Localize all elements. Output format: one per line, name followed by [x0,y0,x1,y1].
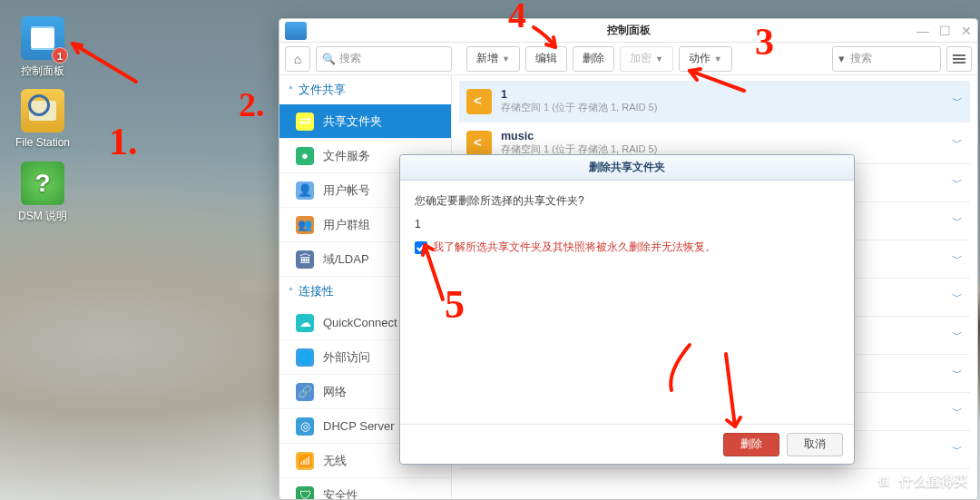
cancel-button[interactable]: 取消 [787,433,843,456]
encrypt-button[interactable]: 加密▼ [620,46,673,72]
shared-folder-icon [466,89,492,114]
chevron-down-icon[interactable]: ﹀ [952,289,963,305]
action-button[interactable]: 动作▼ [679,46,732,72]
chevron-down-icon[interactable]: ﹀ [952,442,963,457]
filter-funnel-icon: ▾ [838,52,845,65]
sidebar-item-label: QuickConnect [323,316,397,329]
network-icon: 🔗 [296,383,314,401]
sidebar-item-label: 网络 [323,384,347,400]
watermark-icon: 值 [874,471,894,491]
shared-folder-icon [466,131,492,156]
chevron-down-icon[interactable]: ﹀ [952,213,963,229]
delete-button[interactable]: 删除 [573,46,614,72]
sidebar-item-label: 共享文件夹 [323,113,382,130]
content-search-input[interactable]: ▾ 搜索 [832,46,941,72]
folder-share-icon: ⮂ [296,113,314,131]
acknowledge-checkbox[interactable] [415,241,427,254]
chevron-down-icon[interactable]: ﹀ [952,404,963,419]
app-logo-icon [285,22,307,40]
svg-text:1.: 1. [109,121,138,162]
search-icon: 🔍 [322,53,336,65]
search-placeholder: 搜索 [339,51,361,66]
delete-confirm-dialog: 删除共享文件夹 您确定要删除所选择的共享文件夹? 1 我了解所选共享文件夹及其快… [399,154,855,465]
domain-icon: 🏛 [296,250,314,269]
cloud-icon: ☁ [296,314,314,332]
sidebar-item-label: 域/LDAP [323,251,369,268]
dialog-title: 删除共享文件夹 [400,155,854,181]
desktop-icon-control-panel[interactable]: 1 控制面板 [11,16,74,79]
folder-row[interactable]: 1 存储空间 1 (位于 存储池 1, RAID 5) ﹀ [459,81,970,123]
service-icon: ● [296,147,314,165]
chevron-down-icon[interactable]: ﹀ [952,366,963,381]
sidebar-group-label: 文件共享 [299,82,346,98]
sidebar-item-label: 无线 [323,453,347,469]
file-station-icon [21,89,64,132]
svg-text:2.: 2. [239,85,265,123]
folder-location: 存储空间 1 (位于 存储池 1, RAID 5) [501,101,657,114]
dialog-question: 您确定要删除所选择的共享文件夹? [415,193,839,209]
desktop-icon-dsm-help[interactable]: ? DSM 说明 [11,162,74,224]
sidebar-group-fileshare[interactable]: ˄ 文件共享 [279,75,451,104]
shield-icon: 🛡 [296,486,314,500]
desktop-icon-label: DSM 说明 [11,209,74,224]
sidebar-search-input[interactable]: 🔍 搜索 [316,46,452,72]
toolbar: ⌂ 🔍 搜索 新增▼ 编辑 删除 加密▼ 动作▼ ▾ 搜索 [279,43,977,75]
chevron-down-icon[interactable]: ﹀ [952,175,963,191]
sidebar-item-shared-folder[interactable]: ⮂共享文件夹 [279,104,451,139]
sidebar-item-label: 用户群组 [323,217,370,233]
window-minimize-button[interactable]: — [912,24,934,38]
dhcp-icon: ◎ [296,417,314,436]
folder-name: 1 [501,88,657,101]
acknowledge-label[interactable]: 我了解所选共享文件夹及其快照将被永久删除并无法恢复。 [433,240,716,255]
sidebar-item-label: 外部访问 [323,349,370,366]
chevron-down-icon[interactable]: ﹀ [952,93,963,109]
confirm-delete-button[interactable]: 删除 [723,433,779,456]
notification-badge: 1 [52,47,68,64]
sidebar-item-security[interactable]: 🛡安全性 [279,478,451,499]
desktop-icon-file-station[interactable]: File Station [11,89,74,149]
chevron-down-icon[interactable]: ﹀ [952,135,963,151]
desktop: { "desktop_icons": { "control_panel": { … [0,0,980,500]
folder-name: music [501,130,657,142]
wifi-icon: 📶 [296,452,314,470]
new-button[interactable]: 新增▼ [466,46,520,72]
chevron-down-icon: ˄ [289,85,293,95]
window-close-button[interactable]: ✕ [956,24,977,38]
edit-button[interactable]: 编辑 [525,46,567,72]
window-title: 控制面板 [607,23,651,38]
dialog-target-item: 1 [415,218,839,230]
globe-icon: 🌐 [296,348,314,367]
home-button[interactable]: ⌂ [285,46,310,72]
sidebar-item-label: DHCP Server [323,419,395,433]
search-placeholder: 搜索 [850,51,872,66]
user-icon: 👤 [296,181,314,200]
desktop-icon-label: 控制面板 [11,64,74,79]
list-options-button[interactable] [946,46,972,72]
watermark-text: 什么值得买 [899,473,967,490]
sidebar-item-label: 安全性 [323,487,358,500]
chevron-down-icon[interactable]: ﹀ [952,328,963,343]
sidebar-item-label: 文件服务 [323,148,370,164]
sidebar-group-label: 连接性 [299,283,334,299]
window-titlebar[interactable]: 控制面板 — ☐ ✕ [279,19,977,43]
group-icon: 👥 [296,216,314,234]
acknowledge-row: 我了解所选共享文件夹及其快照将被永久删除并无法恢复。 [415,240,839,255]
watermark: 值 什么值得买 [874,471,967,491]
hamburger-icon [953,58,965,60]
help-icon: ? [21,162,64,205]
chevron-down-icon[interactable]: ﹀ [952,251,963,267]
window-maximize-button[interactable]: ☐ [934,24,956,38]
desktop-icon-label: File Station [11,136,74,149]
chevron-down-icon: ˄ [289,287,293,297]
sidebar-item-label: 用户帐号 [323,182,370,199]
control-panel-icon: 1 [21,16,64,60]
